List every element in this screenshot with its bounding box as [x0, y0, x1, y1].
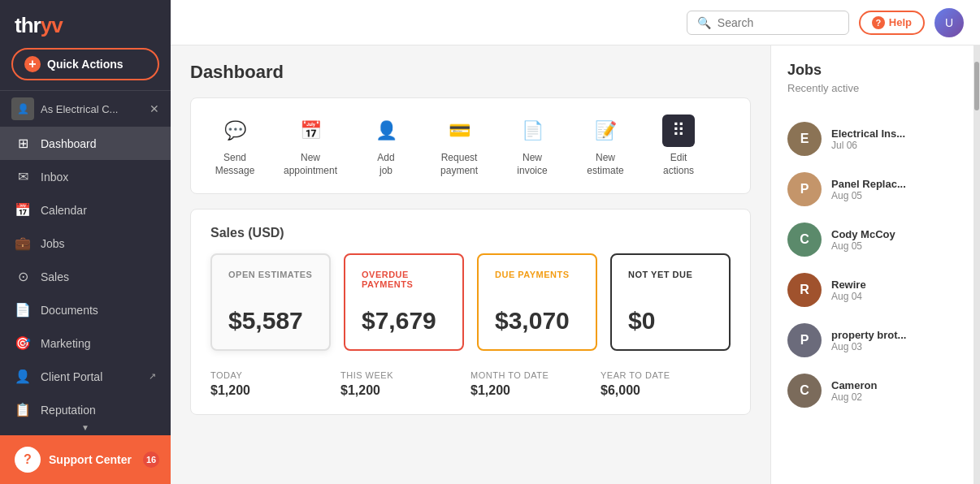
summary-today: TODAY $1,200 [210, 370, 340, 398]
sidebar-item-calendar[interactable]: 📅 Calendar [0, 193, 171, 227]
send-message-icon: 💬 [219, 115, 251, 147]
sidebar-item-marketing[interactable]: 🎯 Marketing [0, 326, 171, 360]
sidebar-label-client-portal: Client Portal [41, 370, 139, 383]
sidebar-item-dashboard[interactable]: ⊞ Dashboard [0, 127, 171, 160]
summary-month-to-date: MONTH TO DATE $1,200 [470, 370, 601, 398]
action-new-estimate[interactable]: 📝 Newestimate [581, 115, 630, 177]
sidebar-label-dashboard: Dashboard [41, 137, 156, 150]
sidebar-item-jobs[interactable]: 💼 Jobs [0, 227, 171, 260]
quick-actions-label: Quick Actions [47, 58, 124, 71]
avatar-initial: U [945, 16, 953, 29]
scroll-thumb[interactable] [974, 62, 979, 110]
quick-actions-button[interactable]: + Quick Actions [11, 48, 159, 80]
card-open-estimates: OPEN ESTIMATES $5,587 [210, 253, 331, 351]
sidebar-item-sales[interactable]: ⊙ Sales [0, 260, 171, 293]
job-name-3: Cody McCoy [831, 228, 957, 240]
job-item-6[interactable]: C Cameron Aug 02 [771, 365, 973, 416]
due-payments-value: $3,070 [495, 307, 579, 335]
summary-today-label: TODAY [210, 370, 340, 380]
sales-panel: Sales (USD) OPEN ESTIMATES $5,587 OVERDU… [190, 209, 751, 415]
job-date-2: Aug 05 [831, 190, 957, 201]
overdue-payments-label: OVERDUEPAYMENTS [362, 270, 446, 289]
job-avatar-3: C [787, 223, 822, 257]
sidebar-scroll-indicator: ▼ [0, 420, 171, 435]
jobs-title: Jobs [787, 62, 957, 79]
jobs-header: Jobs Recently active [771, 62, 973, 114]
new-appointment-icon: 📅 [294, 115, 327, 147]
job-date-6: Aug 02 [831, 391, 957, 403]
job-info-5: property brot... Aug 03 [831, 329, 957, 352]
job-item-1[interactable]: E Electrical Ins... Jul 06 [771, 114, 973, 164]
company-name: As Electrical C... [41, 103, 150, 115]
job-info-6: Cameron Aug 02 [831, 379, 957, 403]
company-selector[interactable]: 👤 As Electrical C... ✕ [0, 90, 171, 127]
new-estimate-icon: 📝 [589, 115, 622, 147]
job-info-3: Cody McCoy Aug 05 [831, 228, 957, 252]
job-name-2: Panel Replac... [831, 178, 957, 190]
job-item-2[interactable]: P Panel Replac... Aug 05 [771, 164, 973, 214]
sidebar-label-calendar: Calendar [41, 204, 156, 217]
not-yet-due-value: $0 [628, 307, 713, 335]
job-date-1: Jul 06 [831, 140, 957, 151]
sidebar-nav: ⊞ Dashboard ✉ Inbox 📅 Calendar 💼 Jobs ⊙ … [0, 127, 171, 420]
summary-year-to-date: YEAR TO DATE $6,000 [601, 370, 731, 398]
page-body: Dashboard 💬 SendMessage 📅 Newappointment… [171, 45, 980, 484]
job-info-1: Electrical Ins... Jul 06 [831, 127, 957, 151]
job-item-5[interactable]: P property brot... Aug 03 [771, 315, 973, 365]
job-date-4: Aug 04 [831, 291, 957, 302]
sidebar-item-reputation[interactable]: 📋 Reputation [0, 393, 171, 420]
job-name-6: Cameron [831, 379, 957, 391]
search-input[interactable] [718, 16, 839, 29]
summary-year-label: YEAR TO DATE [601, 370, 731, 380]
job-info-4: Rewire Aug 04 [831, 279, 957, 302]
job-item-4[interactable]: R Rewire Aug 04 [771, 265, 973, 315]
sidebar-label-marketing: Marketing [41, 337, 156, 350]
jobs-icon: 💼 [15, 236, 31, 251]
job-avatar-1: E [787, 122, 822, 156]
jobs-subtitle: Recently active [787, 82, 957, 94]
logo-area: thryv [0, 0, 171, 48]
support-question-icon: ? [15, 447, 41, 473]
sidebar-label-documents: Documents [41, 304, 156, 317]
action-label-send-message: SendMessage [215, 152, 255, 177]
external-link-icon: ↗ [149, 371, 156, 382]
app-logo: thryv [15, 13, 63, 38]
scroll-bar[interactable] [973, 45, 980, 484]
card-overdue-payments: OVERDUEPAYMENTS $7,679 [344, 253, 464, 351]
action-request-payment[interactable]: 💳 Requestpayment [435, 115, 483, 177]
job-date-5: Aug 03 [831, 341, 957, 352]
dashboard-area: Dashboard 💬 SendMessage 📅 Newappointment… [171, 45, 770, 484]
job-name-4: Rewire [831, 279, 957, 291]
inbox-icon: ✉ [15, 169, 31, 184]
search-container[interactable]: 🔍 [687, 11, 849, 35]
job-avatar-5: P [787, 323, 822, 357]
jobs-panel: Jobs Recently active E Electrical Ins...… [770, 45, 973, 484]
company-icon: 👤 [11, 97, 34, 120]
reputation-icon: 📋 [15, 402, 31, 417]
action-send-message[interactable]: 💬 SendMessage [210, 115, 259, 177]
open-estimates-value: $5,587 [228, 307, 313, 335]
topbar: 🔍 ? Help U [171, 0, 980, 45]
help-button[interactable]: ? Help [859, 11, 925, 35]
job-info-2: Panel Replac... Aug 05 [831, 178, 957, 201]
request-payment-icon: 💳 [443, 115, 475, 147]
user-avatar[interactable]: U [934, 8, 964, 37]
new-invoice-icon: 📄 [516, 115, 549, 147]
summary-today-value: $1,200 [210, 383, 340, 398]
add-job-icon: 👤 [370, 115, 402, 147]
action-new-invoice[interactable]: 📄 Newinvoice [508, 115, 557, 177]
action-label-request-payment: Requestpayment [440, 152, 478, 177]
action-new-appointment[interactable]: 📅 Newappointment [284, 115, 337, 177]
job-avatar-4: R [787, 273, 822, 307]
sidebar-item-documents[interactable]: 📄 Documents [0, 293, 171, 326]
close-icon[interactable]: ✕ [150, 102, 159, 115]
action-edit-actions[interactable]: ⠿ Editactions [654, 115, 703, 177]
action-label-add-job: Addjob [377, 152, 394, 177]
sidebar-item-client-portal[interactable]: 👤 Client Portal ↗ [0, 360, 171, 393]
sidebar-item-inbox[interactable]: ✉ Inbox [0, 160, 171, 193]
job-item-3[interactable]: C Cody McCoy Aug 05 [771, 214, 973, 265]
support-center-button[interactable]: ? Support Center 16 [0, 435, 171, 484]
summary-this-week: THIS WEEK $1,200 [340, 370, 470, 398]
open-estimates-label: OPEN ESTIMATES [228, 270, 313, 279]
action-add-job[interactable]: 👤 Addjob [362, 115, 410, 177]
